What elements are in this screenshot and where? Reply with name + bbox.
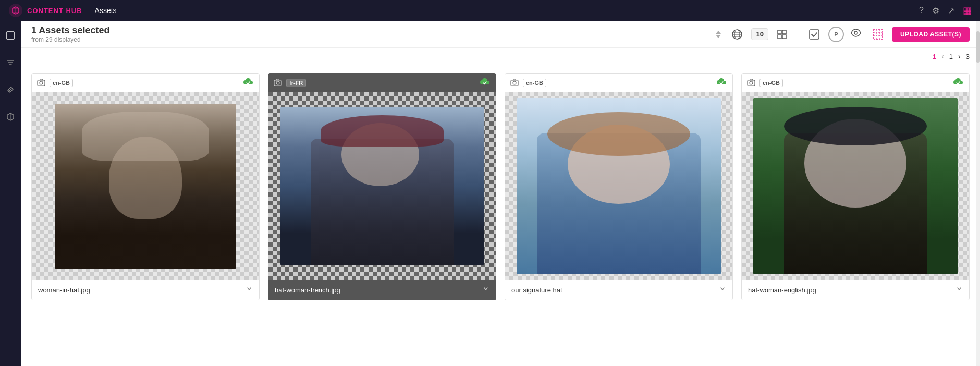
selection-label: Assets selected: [39, 25, 109, 35]
cloud-icon-3: [716, 78, 727, 88]
sort-up-icon: [716, 31, 721, 34]
svg-rect-8: [782, 30, 786, 34]
cloud-icon-1: [242, 78, 254, 88]
sort-button[interactable]: [714, 29, 723, 40]
count-badge: 10: [751, 28, 768, 40]
next-page-button[interactable]: ›: [956, 51, 963, 62]
page-separator: 1: [949, 53, 953, 60]
sidebar-item-package[interactable]: [2, 108, 19, 125]
asset-chevron-3[interactable]: [719, 285, 726, 295]
right-scrollbar[interactable]: [976, 21, 980, 366]
locale-badge-2: fr-FR: [286, 79, 306, 87]
eye-button[interactable]: [848, 25, 864, 43]
check-icon: [808, 29, 820, 40]
svg-point-23: [513, 81, 516, 84]
asset-card-3-header: en-GB: [505, 74, 732, 92]
asset-image-area-4: [742, 92, 969, 280]
asset-card-4-header: en-GB: [742, 74, 969, 92]
svg-point-21: [276, 81, 279, 84]
app-name: CONTENT HUB: [27, 7, 82, 15]
settings-button[interactable]: ⚙: [932, 6, 939, 16]
asset-card-3-footer: our signature hat: [505, 280, 732, 300]
dotted-grid-button[interactable]: [868, 27, 888, 42]
svg-rect-10: [782, 35, 786, 39]
svg-rect-13: [873, 30, 883, 39]
grid-icon: [777, 29, 787, 40]
globe-icon: [731, 29, 743, 40]
help-button[interactable]: ?: [919, 6, 924, 15]
selection-subtitle: from 29 displayed: [31, 36, 709, 43]
prev-page-button[interactable]: ‹: [939, 51, 946, 62]
selection-title: 1 Assets selected: [31, 25, 709, 36]
top-nav: CONTENT HUB Assets ? ⚙ ↗ ▦: [0, 0, 980, 21]
svg-point-19: [40, 81, 43, 84]
asset-card-3[interactable]: en-GB our signature hat: [505, 73, 733, 300]
svg-rect-1: [7, 32, 14, 39]
selection-info: 1 Assets selected from 29 displayed: [31, 25, 709, 43]
main-content: 1 Assets selected from 29 displayed 10: [21, 21, 980, 366]
sort-down-icon: [716, 35, 721, 38]
upload-button[interactable]: UPLOAD ASSET(S): [892, 27, 970, 42]
assets-grid: en-GB woman-in-hat.jpg: [21, 65, 980, 309]
cloud-icon-4: [952, 78, 964, 88]
asset-card-4[interactable]: en-GB hat-woman-english.jpg: [741, 73, 970, 300]
asset-card-1-header: en-GB: [32, 74, 259, 92]
globe-button[interactable]: [727, 27, 747, 42]
export-icon: ↗: [948, 6, 954, 16]
nav-actions: ? ⚙ ↗ ▦: [919, 5, 972, 16]
asset-card-2[interactable]: fr-FR hat-woman-french.jpg: [268, 73, 496, 300]
asset-image-area-1: [32, 92, 259, 280]
asset-card-1-footer: woman-in-hat.jpg: [32, 280, 259, 300]
dotted-grid-icon: [872, 29, 884, 40]
asset-name-3: our signature hat: [511, 286, 719, 294]
asset-chevron-2[interactable]: [482, 285, 489, 295]
settings-icon: ⚙: [932, 6, 939, 16]
p-label: P: [834, 31, 838, 38]
sidebar-item-pages[interactable]: [2, 27, 19, 44]
p-circle-button[interactable]: P: [828, 27, 844, 42]
locale-badge-1: en-GB: [50, 79, 73, 87]
toolbar-divider-1: [798, 28, 798, 41]
export-button[interactable]: ↗: [948, 6, 954, 16]
pagination-row: 1 ‹ 1 › 3: [21, 48, 980, 65]
locale-badge-3: en-GB: [523, 79, 546, 87]
svg-rect-11: [810, 30, 819, 39]
camera-icon-4: [747, 79, 755, 88]
asset-name-1: woman-in-hat.jpg: [38, 286, 246, 294]
asset-card-2-header: fr-FR: [268, 74, 496, 92]
total-pages: 3: [966, 53, 970, 60]
asset-image-area-3: [505, 92, 732, 280]
layout-button[interactable]: ▦: [963, 5, 972, 16]
asset-card-2-footer: hat-woman-french.jpg: [268, 280, 496, 300]
asset-name-4: hat-woman-english.jpg: [748, 286, 956, 294]
scrollbar-thumb: [976, 31, 980, 63]
asset-card-1[interactable]: en-GB woman-in-hat.jpg: [31, 73, 260, 300]
cloud-icon-2: [479, 78, 491, 88]
next-arrow-icon: ›: [958, 52, 961, 60]
sidebar-item-filter[interactable]: [2, 54, 19, 71]
svg-point-12: [854, 31, 858, 34]
svg-rect-7: [778, 30, 781, 34]
asset-name-2: hat-woman-french.jpg: [275, 286, 482, 294]
svg-point-25: [750, 81, 753, 84]
asset-card-4-footer: hat-woman-english.jpg: [742, 280, 969, 300]
page-title: Assets: [95, 6, 117, 15]
sidebar-item-tools[interactable]: [2, 81, 19, 98]
svg-rect-9: [778, 35, 781, 39]
locale-badge-4: en-GB: [760, 79, 783, 87]
asset-chevron-1[interactable]: [246, 285, 253, 295]
help-icon: ?: [919, 6, 924, 15]
left-sidebar: [0, 21, 21, 366]
camera-icon-2: [274, 79, 282, 88]
toolbar: 1 Assets selected from 29 displayed 10: [21, 21, 980, 48]
camera-icon-3: [510, 79, 519, 88]
asset-image-area-2: [268, 92, 496, 280]
check-button[interactable]: [804, 27, 824, 42]
eye-icon: [850, 27, 862, 39]
layout-icon: ▦: [963, 5, 972, 16]
current-page: 1: [933, 53, 936, 60]
asset-chevron-4[interactable]: [956, 285, 963, 295]
app-logo: CONTENT HUB: [8, 3, 82, 18]
selection-count: 1: [31, 25, 36, 35]
grid-view-button[interactable]: [773, 27, 791, 42]
